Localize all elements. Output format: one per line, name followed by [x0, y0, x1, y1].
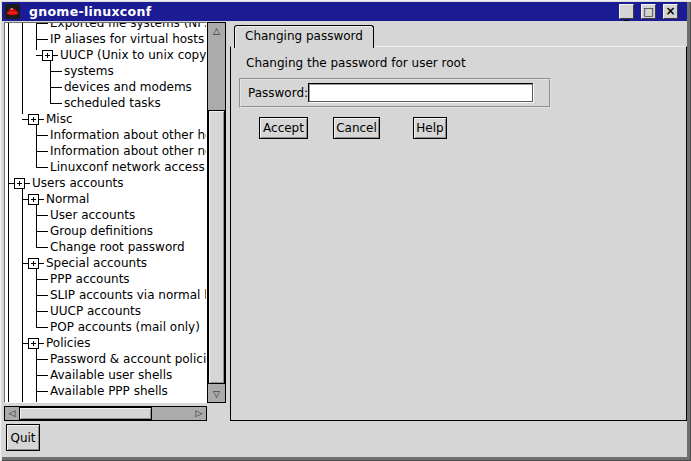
tree-item-label[interactable]: Password & account policies: [50, 351, 206, 367]
tree-branch-tick: [50, 71, 62, 72]
window-title: gnome-linuxconf: [29, 4, 151, 19]
maximize-icon: □: [643, 6, 653, 17]
expander-plus-icon[interactable]: [14, 178, 25, 189]
tree-branch-tick: [36, 311, 48, 312]
tree-item-label[interactable]: Information about other hosts: [50, 127, 206, 143]
tree-item-label[interactable]: Special accounts: [46, 255, 147, 271]
tree-item-label[interactable]: Change root password: [50, 239, 185, 255]
tree-branch-tick: [50, 87, 62, 88]
tree-item-policies[interactable]: Policies: [5, 335, 206, 351]
tree-item-devices-and-modems[interactable]: devices and modems: [5, 79, 206, 95]
tree-item-label[interactable]: Policies: [46, 335, 90, 351]
tree-item-group-definitions[interactable]: Group definitions: [5, 223, 206, 239]
tree-item-label[interactable]: Linuxconf network access: [50, 159, 205, 175]
tree-branch-tick: [36, 151, 48, 152]
tree-item-label[interactable]: PPP accounts: [50, 271, 130, 287]
tree-item-label[interactable]: Available PPP shells: [50, 383, 168, 399]
tree-item-label[interactable]: SLIP accounts via normal login: [50, 287, 206, 303]
minimize-button[interactable]: _: [619, 4, 634, 19]
tree-item-label[interactable]: POP accounts (mail only): [50, 319, 200, 335]
tree-item-label[interactable]: Exported file systems (NFS): [50, 22, 206, 31]
tree-branch-tick: [36, 375, 48, 376]
tree-item-information-about-other-networks[interactable]: Information about other networks: [5, 143, 206, 159]
config-tree-panel: Exported file systems (NFS)IP aliases fo…: [4, 22, 207, 403]
tree-item-users-accounts[interactable]: Users accounts: [5, 175, 206, 191]
tree-item-ppp-accounts[interactable]: PPP accounts: [5, 271, 206, 287]
tree-item-label[interactable]: Users accounts: [32, 175, 123, 191]
tree-item-change-root-password[interactable]: Change root password: [5, 239, 206, 255]
window-controls: _ □ ×: [619, 4, 678, 19]
tree-item-pop-accounts-mail-only[interactable]: POP accounts (mail only): [5, 319, 206, 335]
tree-horizontal-scrollbar[interactable]: ◁ ▷: [4, 406, 207, 421]
tree-branch-tick: [50, 103, 62, 104]
tree-item-uucp-accounts[interactable]: UUCP accounts: [5, 303, 206, 319]
tree-item-label[interactable]: systems: [64, 63, 114, 79]
expander-plus-icon[interactable]: [42, 50, 53, 61]
titlebar[interactable]: gnome-linuxconf _ □ ×: [2, 2, 687, 21]
vertical-scrollbar-thumb[interactable]: [208, 110, 225, 384]
close-icon: ×: [665, 5, 675, 17]
scroll-down-button[interactable]: ▽: [208, 386, 225, 402]
accept-button[interactable]: Accept: [259, 117, 308, 139]
tab-changing-password[interactable]: Changing password: [234, 25, 374, 48]
quit-button[interactable]: Quit: [6, 424, 40, 451]
password-frame: Password:: [239, 78, 551, 108]
tree-item-available-ppp-shells[interactable]: Available PPP shells: [5, 383, 206, 399]
tree-item-label[interactable]: Group definitions: [50, 223, 153, 239]
tree-item-linuxconf-network-access[interactable]: Linuxconf network access: [5, 159, 206, 175]
horizontal-scrollbar-thumb[interactable]: [19, 407, 152, 420]
cancel-button[interactable]: Cancel: [333, 117, 380, 139]
scroll-down-icon: ▽: [213, 390, 220, 399]
changing-password-page: Changing the password for user root Pass…: [230, 46, 687, 421]
expander-plus-icon[interactable]: [28, 114, 39, 125]
tree-item-slip-accounts-via-normal-login[interactable]: SLIP accounts via normal login: [5, 287, 206, 303]
tree-branch-tick: [36, 135, 48, 136]
tree-item-label[interactable]: UUCP (Unix to unix copy): [60, 47, 206, 63]
maximize-button[interactable]: □: [641, 4, 656, 19]
tree-branch-tick: [36, 247, 48, 248]
expander-plus-icon[interactable]: [28, 258, 39, 269]
scroll-up-button[interactable]: △: [208, 23, 225, 39]
close-button[interactable]: ×: [663, 4, 678, 19]
tree-item-misc[interactable]: Misc: [5, 111, 206, 127]
tree-item-label[interactable]: devices and modems: [64, 79, 192, 95]
minimize-icon: _: [624, 10, 629, 20]
tree-item-label[interactable]: UUCP accounts: [50, 303, 141, 319]
expander-plus-icon[interactable]: [28, 194, 39, 205]
tree-item-information-about-other-hosts[interactable]: Information about other hosts: [5, 127, 206, 143]
tree-item-label[interactable]: IP aliases for virtual hosts: [50, 31, 204, 47]
scroll-left-button[interactable]: ◁: [5, 407, 19, 420]
tree-item-special-accounts[interactable]: Special accounts: [5, 255, 206, 271]
gnome-linuxconf-window: gnome-linuxconf _ □ × Exported file syst…: [0, 0, 691, 461]
tree-item-password-account-policies[interactable]: Password & account policies: [5, 351, 206, 367]
tree-item-scheduled-tasks[interactable]: scheduled tasks: [5, 95, 206, 111]
scroll-right-icon: ▷: [196, 409, 203, 418]
tree-item-label[interactable]: User accounts: [50, 207, 135, 223]
tree-item-label[interactable]: Information about other networks: [50, 143, 206, 159]
tree-item-label[interactable]: Misc: [46, 111, 73, 127]
tree-branch-tick: [36, 167, 48, 168]
tree-item-exported-file-systems-nfs[interactable]: Exported file systems (NFS): [5, 22, 206, 31]
tree-branch-tick: [36, 391, 48, 392]
password-input[interactable]: [308, 83, 533, 102]
tree-item-available-user-shells[interactable]: Available user shells: [5, 367, 206, 383]
password-label: Password:: [248, 80, 308, 106]
tree-item-systems[interactable]: systems: [5, 63, 206, 79]
help-button[interactable]: Help: [413, 117, 447, 139]
tree-vertical-scrollbar[interactable]: △ ▽: [207, 22, 226, 403]
tree-item-label[interactable]: Normal: [46, 191, 89, 207]
tree-item-label[interactable]: scheduled tasks: [64, 95, 161, 111]
expander-plus-icon[interactable]: [28, 338, 39, 349]
tree-branch-tick: [36, 231, 48, 232]
tree-item-ip-aliases-for-virtual-hosts[interactable]: IP aliases for virtual hosts: [5, 31, 206, 47]
tree-branch-tick: [36, 23, 48, 24]
scroll-right-button[interactable]: ▷: [192, 407, 206, 420]
tree-item-uucp-unix-to-unix-copy[interactable]: UUCP (Unix to unix copy): [5, 47, 206, 63]
redhat-logo-icon[interactable]: [5, 4, 20, 19]
scroll-up-icon: △: [213, 27, 220, 36]
tree-branch-tick: [36, 279, 48, 280]
tree-item-normal[interactable]: Normal: [5, 191, 206, 207]
tree-item-label[interactable]: Available user shells: [50, 367, 172, 383]
tree-item-user-accounts[interactable]: User accounts: [5, 207, 206, 223]
form-heading: Changing the password for user root: [246, 55, 466, 71]
